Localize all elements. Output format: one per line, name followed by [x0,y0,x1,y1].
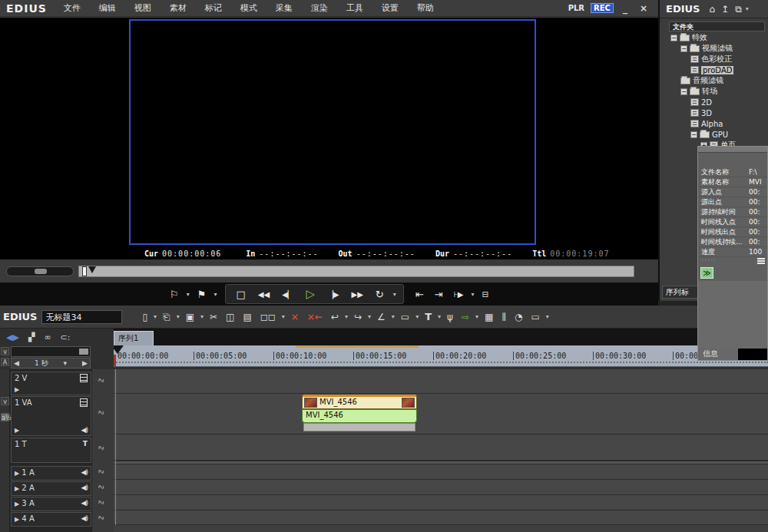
track-header-1a[interactable]: ▶ 1 A ◀) [11,466,91,481]
title-tool-button[interactable]: T [422,310,435,323]
loop-button[interactable]: ↻ [372,287,388,302]
collapse-toggle-icon[interactable]: − [680,88,687,95]
clock-sync-button[interactable]: ◔ [511,311,525,323]
undo-button[interactable]: ↩ [328,311,342,323]
undo-dropdown-icon[interactable]: ▾ [344,313,349,320]
redo-button[interactable]: ↪ [351,311,365,323]
track-header-4a[interactable]: ▶ 4 A ◀) [11,512,91,527]
speaker-icon[interactable]: ◀) [81,426,88,434]
zoom-caret-icon[interactable]: ▾ [64,359,68,367]
ripple-sync-icon[interactable]: ∿ [96,466,106,477]
clip-mvi-4546[interactable]: MVI_4546 MVI_4546 [302,395,417,431]
menu-view[interactable]: 视图 [125,2,161,14]
export-clip-button[interactable]: ⇨ [458,311,472,323]
play-around-dropdown-icon[interactable]: ▾ [470,291,475,298]
scale-slider-handle[interactable] [79,349,88,355]
trim-dropdown-icon[interactable]: ▾ [415,313,419,320]
play-around-button[interactable]: ⊦▶ [450,289,468,300]
timeline-mode-icon[interactable]: ◀▶ [6,332,19,342]
open-project-button[interactable]: ⎗ [160,311,174,323]
plr-mode-button[interactable]: PLR [568,4,584,12]
tree-item-3d[interactable]: 3D [669,107,768,118]
replace-button[interactable]: ◻◻ [257,311,279,323]
voiceover-mic-button[interactable]: ψ [444,311,456,323]
menu-clip[interactable]: 素材 [161,2,196,14]
in-point-dropdown-icon[interactable]: ▾ [186,291,190,298]
ripple-sync-icon[interactable]: ∿ [96,481,106,493]
collapse-toggle-icon[interactable]: − [680,45,687,52]
timeline-scale-slider[interactable] [11,346,91,357]
menu-tools[interactable]: 工具 [337,2,372,14]
collapse-toggle-icon[interactable]: − [670,35,677,41]
tree-item-alpha[interactable]: Alpha [669,118,768,129]
ripple-sync-icon[interactable]: ∿ [96,497,106,508]
save-project-button[interactable]: ▣ [183,311,197,323]
shuttle-slider[interactable] [6,266,74,276]
step-forward-button[interactable]: ▕▶ [323,289,343,300]
speaker-icon[interactable]: ◀) [81,499,88,507]
rec-mode-button[interactable]: REC [591,3,614,13]
razor-button[interactable]: ∠ [374,311,389,323]
tree-item-audio-filters[interactable]: 音频滤镜 [669,75,768,86]
shuttle-handle[interactable] [35,269,47,274]
track-header-3a[interactable]: ▶ 3 A ◀) [11,497,91,511]
ripple-sync-icon[interactable]: ∿ [96,512,106,524]
ripple-mode-icon[interactable]: ▞ [28,332,35,342]
expand-icon[interactable]: ▶ [15,501,19,507]
palette-menu-icon[interactable] [757,258,765,264]
menu-marker[interactable]: 标记 [196,2,231,14]
export-frame-button[interactable]: ⊟ [478,289,492,300]
bin-up-icon[interactable]: ↥ [718,4,732,15]
grid-view-button[interactable]: ▦ [482,311,496,323]
goto-out-button[interactable]: ⇥ [431,287,447,302]
cut-button[interactable]: ✂ [207,311,220,323]
position-bar[interactable] [78,266,634,277]
tree-item-gpu[interactable]: − GPU [669,129,768,140]
track-header-2v[interactable]: 2 V ▶ [11,372,91,395]
expand-icon[interactable]: ▶ [15,386,19,393]
position-playhead[interactable] [82,266,87,276]
save-dropdown-icon[interactable]: ▾ [200,313,204,320]
lane-2v[interactable] [114,369,768,394]
apply-effect-button[interactable]: ≫ [700,267,713,279]
menu-mode[interactable]: 模式 [231,2,266,14]
ripple-sync-icon[interactable]: ∿ [96,407,106,418]
razor-dropdown-icon[interactable]: ▾ [391,313,396,320]
info-tab[interactable]: 信息 [698,349,738,360]
tree-item-color-correction[interactable]: 色彩校正 [669,54,768,64]
stop-button[interactable]: □ [232,287,249,302]
play-button[interactable]: ▷ [303,286,319,302]
out-point-dropdown-icon[interactable]: ▾ [213,291,217,298]
paste-button[interactable]: ▤ [240,311,254,323]
menu-file[interactable]: 文件 [55,2,90,14]
bin-layers-icon[interactable]: ⧉ [732,4,745,15]
menu-edit[interactable]: 编辑 [90,2,125,14]
timeline-zoom-selector[interactable]: ◀ 1 秒 ▾ ▶ [11,358,91,368]
lane-3a[interactable] [114,495,768,511]
lane-1t[interactable] [114,435,768,461]
tree-item-effects[interactable]: − 特效 [669,32,768,43]
va-mute-button[interactable]: v [1,397,9,405]
minimize-button[interactable]: _ [620,3,631,14]
menu-help[interactable]: 帮助 [408,2,443,14]
new-sequence-button[interactable]: ▯ [139,311,151,323]
sequence-tab[interactable]: 序列1 [114,331,154,345]
zoom-left-icon[interactable]: ◀ [14,359,19,367]
audio-mixer-button[interactable]: ⫼ [498,311,509,323]
tree-item-prodad[interactable]: proDAD [669,64,768,75]
trim-mode-button[interactable]: ▭ [398,311,412,323]
monitor-layout-button[interactable]: ▭ [528,311,542,323]
clip-audio-part[interactable]: MVI_4546 [302,409,417,423]
sequence-marker-tab[interactable]: 序列标 [662,286,700,299]
close-button[interactable]: × [637,3,650,14]
redo-dropdown-icon[interactable]: ▾ [367,313,372,320]
speaker-icon[interactable]: ◀) [81,514,88,522]
menu-render[interactable]: 渲染 [302,2,337,14]
step-back-button[interactable]: ◀▏ [278,289,297,300]
tree-item-2d[interactable]: 2D [669,97,768,107]
bin-layers-dropdown-icon[interactable]: ▾ [745,5,750,12]
fast-forward-button[interactable]: ▶▶ [347,289,366,300]
lane-4a[interactable] [114,511,768,525]
new-dropdown-icon[interactable]: ▾ [153,313,157,320]
title-dropdown-icon[interactable]: ▾ [437,313,442,320]
